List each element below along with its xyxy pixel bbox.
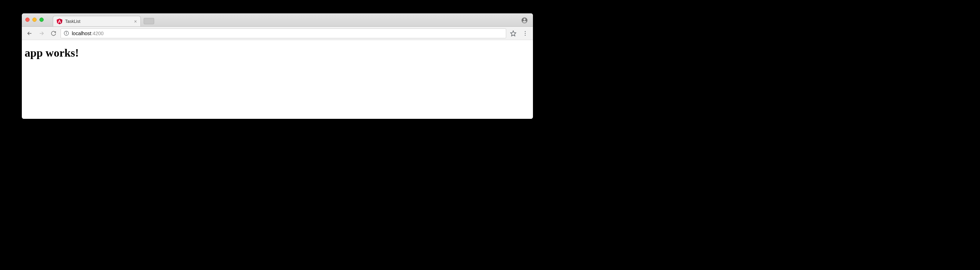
profile-icon[interactable] xyxy=(521,17,528,25)
window-maximize-button[interactable] xyxy=(40,17,44,22)
address-bar[interactable]: localhost:4200 xyxy=(60,28,506,38)
forward-button[interactable] xyxy=(37,28,46,38)
svg-point-7 xyxy=(525,33,525,33)
angular-icon xyxy=(57,19,62,24)
svg-point-4 xyxy=(66,32,67,32)
window-minimize-button[interactable] xyxy=(32,17,37,22)
site-info-icon[interactable] xyxy=(64,31,69,36)
svg-point-6 xyxy=(525,31,525,32)
title-bar: TaskList × xyxy=(22,13,533,27)
browser-window: TaskList × localhost:4200 xyxy=(22,13,533,119)
back-button[interactable] xyxy=(25,28,35,38)
bookmark-star-icon[interactable] xyxy=(508,28,518,38)
page-viewport: app works! xyxy=(22,40,533,119)
tab-close-button[interactable]: × xyxy=(134,19,137,24)
page-heading: app works! xyxy=(25,46,530,59)
window-controls xyxy=(25,17,44,22)
new-tab-button[interactable] xyxy=(144,18,154,24)
svg-marker-5 xyxy=(511,31,516,36)
kebab-menu-icon[interactable] xyxy=(520,28,530,38)
url-host: localhost xyxy=(72,31,91,36)
tab-title: TaskList xyxy=(65,19,80,24)
svg-point-8 xyxy=(525,35,525,36)
toolbar: localhost:4200 xyxy=(22,27,533,40)
browser-tab[interactable]: TaskList × xyxy=(53,16,141,26)
reload-button[interactable] xyxy=(49,28,59,38)
window-close-button[interactable] xyxy=(25,17,30,22)
url-port: :4200 xyxy=(91,31,103,36)
